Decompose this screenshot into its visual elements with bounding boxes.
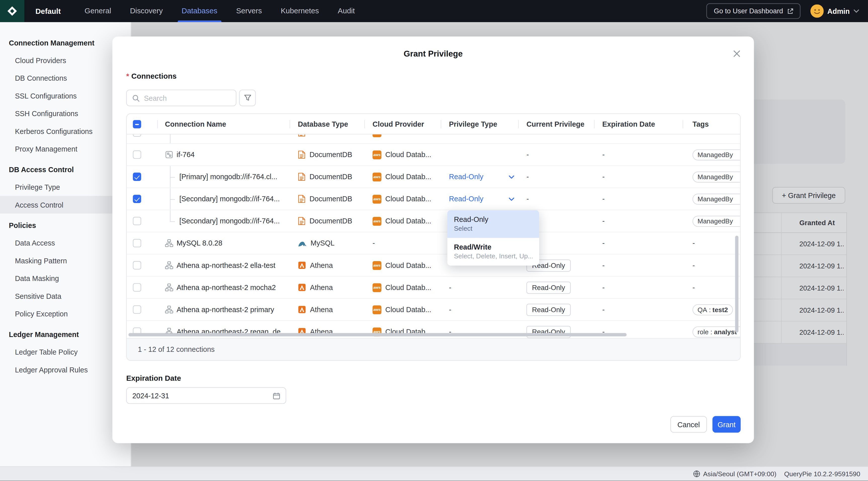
close-button[interactable] (731, 47, 743, 60)
tags-cell: ManagedBy (682, 144, 740, 165)
row-checkbox[interactable] (133, 283, 141, 291)
tags-cell: ManagedBy (682, 188, 740, 210)
dropdown-option-subtitle: Select (454, 224, 533, 233)
expiration-date-value: - (602, 173, 605, 181)
expiration-date-value: - (602, 283, 605, 291)
external-link-icon (787, 8, 793, 14)
vertical-scrollbar[interactable] (735, 236, 739, 332)
tags-cell: ManagedBy (682, 166, 740, 188)
tree-branch-icon (165, 166, 176, 188)
privilege-type-value: Read-Only (449, 195, 483, 203)
nav-item-discovery[interactable]: Discovery (120, 0, 172, 22)
database-type-cell: Athena (289, 277, 364, 298)
sidebar-item-proxy-management[interactable]: Proxy Management (0, 140, 131, 158)
database-type: DocumentDB (310, 173, 352, 181)
tags-value: - (692, 261, 695, 269)
documentdb-icon (298, 151, 306, 159)
filter-button[interactable] (239, 90, 256, 106)
sidebar-item-privilege-type[interactable]: Privilege Type (0, 178, 131, 196)
row-checkbox[interactable] (133, 261, 141, 269)
tag-key: role (698, 328, 709, 335)
connection-name-cell: Athena ap-northeast-2 ella-test (157, 255, 289, 276)
search-icon (132, 94, 140, 101)
row-checkbox[interactable] (133, 217, 141, 225)
user-menu[interactable]: Admin (810, 4, 859, 18)
cluster-icon (165, 151, 173, 159)
connection-name: MySQL 8.0.28 (177, 239, 222, 247)
sidebar-item-sensitive-data[interactable]: Sensitive Data (0, 287, 131, 305)
date-field[interactable] (132, 391, 243, 400)
grant-button[interactable]: Grant (712, 416, 741, 433)
privilege-type-select[interactable]: Read-Only (449, 173, 514, 181)
sidebar-item-kerberos-configurations[interactable]: Kerberos Configurations (0, 122, 131, 140)
horizontal-scrollbar[interactable] (128, 333, 627, 336)
cloud-provider: Cloud Datab... (385, 305, 431, 314)
funnel-icon (244, 95, 251, 101)
connection-name-cell: MySQL 8.0.28 (157, 232, 289, 254)
nav-item-databases[interactable]: Databases (172, 0, 227, 22)
database-type-cell: DocumentDB (289, 210, 364, 232)
database-type: Athena (310, 283, 333, 291)
sidebar-item-ssh-configurations[interactable]: SSH Configurations (0, 104, 131, 122)
dropdown-option-title: Read/Write (454, 242, 533, 252)
tag-pill: ManagedBy (692, 171, 740, 182)
aws-icon: aws (373, 172, 381, 181)
connection-name: [Secondary] mongodb://if-764... (179, 217, 280, 225)
privilege-type-select[interactable]: Read-Only (449, 195, 514, 203)
sidebar-section-title-policies: Policies (0, 214, 131, 234)
sidebar-item-access-control[interactable]: Access Control (0, 196, 131, 213)
tag-separator: : (709, 328, 712, 335)
statusbar: Asia/Seoul (GMT+09:00) QueryPie 10.2.2-9… (0, 467, 868, 481)
expiration-date-cell: - (594, 255, 682, 276)
expiration-date-input[interactable] (126, 387, 286, 404)
nav-item-audit[interactable]: Audit (329, 0, 364, 22)
sidebar-item-ledger-table-policy[interactable]: Ledger Table Policy (0, 343, 131, 361)
column-header-connection-name: Connection Name (157, 114, 289, 134)
sidebar-item-policy-exception[interactable]: Policy Exception (0, 305, 131, 322)
sidebar: Connection ManagementCloud ProvidersDB C… (0, 22, 131, 467)
dropdown-option-read-write[interactable]: Read/WriteSelect, Delete, Insert, Up... (447, 238, 539, 266)
row-select-cell (127, 210, 157, 232)
dropdown-option-read-only[interactable]: Read-OnlySelect (447, 210, 539, 238)
querypie-logo[interactable] (0, 0, 24, 22)
nav-item-general[interactable]: General (75, 0, 121, 22)
table-row: [Secondary] mongodb://if-764...DocumentD… (127, 210, 740, 232)
row-checkbox[interactable] (133, 134, 141, 137)
cloud-provider: Cloud Datab... (385, 173, 431, 181)
row-checkbox[interactable] (133, 195, 141, 203)
database-type-cell: Athena (289, 255, 364, 276)
select-all-checkbox[interactable] (133, 120, 141, 128)
row-select-cell (127, 166, 157, 188)
sidebar-item-cloud-providers[interactable]: Cloud Providers (0, 52, 131, 69)
sidebar-item-masking-pattern[interactable]: Masking Pattern (0, 252, 131, 269)
go-to-user-dashboard-button[interactable]: Go to User Dashboard (707, 3, 800, 19)
row-select-cell (127, 277, 157, 298)
cancel-button[interactable]: Cancel (670, 416, 707, 433)
row-checkbox[interactable] (133, 151, 141, 159)
nav-item-kubernetes[interactable]: Kubernetes (271, 0, 329, 22)
search-box (126, 90, 236, 106)
connections-table-header: Connection NameDatabase TypeCloud Provid… (127, 114, 740, 134)
table-row: Athena ap-northeast-2 ella-testAthenaaws… (127, 255, 740, 277)
dropdown-option-subtitle: Select, Delete, Insert, Up... (454, 252, 533, 261)
row-checkbox[interactable] (133, 305, 141, 314)
sidebar-item-ledger-approval-rules[interactable]: Ledger Approval Rules (0, 361, 131, 378)
documentdb-icon (298, 195, 306, 203)
aws-icon: aws (373, 305, 381, 314)
tags-cell: QA :test2 (682, 299, 740, 320)
dashboard-button-label: Go to User Dashboard (714, 7, 783, 15)
athena-icon (298, 283, 306, 291)
sidebar-item-data-masking[interactable]: Data Masking (0, 269, 131, 287)
current-privilege-cell: - (518, 166, 594, 188)
row-checkbox[interactable] (133, 239, 141, 247)
nav-item-servers[interactable]: Servers (227, 0, 271, 22)
tree-branch-icon (165, 210, 176, 232)
row-checkbox[interactable] (133, 173, 141, 181)
sidebar-item-ssl-configurations[interactable]: SSL Configurations (0, 87, 131, 104)
expiration-date-value: - (602, 195, 605, 203)
sidebar-item-data-access[interactable]: Data Access (0, 234, 131, 252)
expiration-date-cell: - (594, 144, 682, 165)
cloud-provider: Cloud Datab... (385, 261, 431, 269)
sidebar-item-db-connections[interactable]: DB Connections (0, 69, 131, 87)
search-input[interactable] (144, 94, 230, 102)
